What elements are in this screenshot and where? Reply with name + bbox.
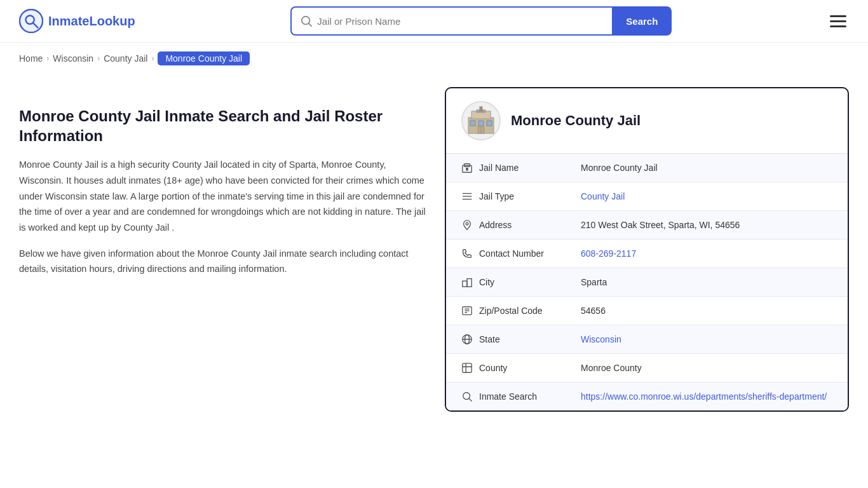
svg-line-4 bbox=[309, 24, 312, 27]
jail-icon bbox=[461, 162, 479, 173]
inmate-search-icon bbox=[461, 391, 479, 402]
contact-number-link[interactable]: 608-269-2117 bbox=[581, 248, 636, 259]
info-value-jail-type: County Jail bbox=[581, 191, 832, 201]
zip-icon bbox=[461, 305, 479, 316]
info-label-city: City bbox=[479, 277, 581, 287]
info-value-state: Wisconsin bbox=[581, 334, 832, 344]
info-label-state: State bbox=[479, 334, 581, 344]
svg-rect-32 bbox=[463, 363, 471, 372]
search-input-wrapper bbox=[290, 6, 612, 36]
svg-point-20 bbox=[466, 222, 468, 225]
card-header: Monroe County Jail bbox=[446, 88, 848, 154]
phone-icon bbox=[461, 248, 479, 259]
building-icon bbox=[465, 105, 497, 137]
svg-rect-9 bbox=[470, 121, 475, 126]
info-label-jail-type: Jail Type bbox=[479, 191, 581, 201]
info-rows: Jail Name Monroe County Jail Jail Type C… bbox=[446, 154, 848, 410]
breadcrumb-current: Monroe County Jail bbox=[158, 51, 250, 65]
info-label-inmate-search: Inmate Search bbox=[479, 391, 581, 402]
chevron-icon: › bbox=[151, 54, 154, 63]
svg-point-0 bbox=[20, 10, 43, 32]
info-label-zip: Zip/Postal Code bbox=[479, 306, 581, 316]
svg-rect-16 bbox=[466, 168, 468, 171]
logo-icon bbox=[19, 9, 43, 33]
logo-link[interactable]: InmateLookup bbox=[19, 9, 135, 33]
page-desc-1: Monroe County Jail is a high security Co… bbox=[19, 157, 426, 235]
svg-line-34 bbox=[469, 398, 472, 402]
table-row: State Wisconsin bbox=[446, 325, 848, 354]
table-row: County Monroe County bbox=[446, 354, 848, 383]
search-button[interactable]: Search bbox=[612, 6, 672, 36]
card-jail-name: Monroe County Jail bbox=[511, 112, 641, 129]
info-label-county: County bbox=[479, 363, 581, 373]
svg-rect-22 bbox=[467, 279, 471, 287]
site-header: InmateLookup Search bbox=[0, 0, 868, 43]
list-icon bbox=[461, 191, 479, 202]
search-area: Search bbox=[290, 6, 672, 36]
city-icon bbox=[461, 276, 479, 288]
right-column: Monroe County Jail Jail Name Monroe Coun… bbox=[445, 87, 849, 412]
globe-icon bbox=[461, 334, 479, 345]
info-value-contact: 608-269-2117 bbox=[581, 248, 832, 259]
hamburger-menu[interactable] bbox=[827, 13, 849, 30]
table-row: City Sparta bbox=[446, 268, 848, 297]
county-icon bbox=[461, 362, 479, 374]
info-value-city: Sparta bbox=[581, 277, 832, 287]
search-input[interactable] bbox=[317, 16, 603, 27]
table-row: Jail Name Monroe County Jail bbox=[446, 154, 848, 182]
table-row: Address 210 West Oak Street, Sparta, WI,… bbox=[446, 211, 848, 240]
table-row: Contact Number 608-269-2117 bbox=[446, 240, 848, 268]
logo-text: InmateLookup bbox=[48, 14, 135, 29]
inmate-search-link[interactable]: https://www.co.monroe.wi.us/departments/… bbox=[581, 391, 827, 402]
breadcrumb-jail-type[interactable]: County Jail bbox=[104, 53, 147, 64]
pin-icon bbox=[461, 219, 479, 231]
info-value-jail-name: Monroe County Jail bbox=[581, 163, 832, 173]
chevron-icon: › bbox=[97, 54, 100, 63]
breadcrumb-home[interactable]: Home bbox=[19, 53, 43, 64]
chevron-icon: › bbox=[46, 54, 49, 63]
info-label-address: Address bbox=[479, 220, 581, 230]
table-row: Zip/Postal Code 54656 bbox=[446, 297, 848, 325]
svg-rect-10 bbox=[478, 121, 484, 126]
page-title: Monroe County Jail Inmate Search and Jai… bbox=[19, 106, 426, 146]
info-value-inmate-search: https://www.co.monroe.wi.us/departments/… bbox=[581, 391, 832, 402]
svg-rect-11 bbox=[487, 121, 492, 126]
breadcrumb: Home › Wisconsin › County Jail › Monroe … bbox=[0, 43, 868, 74]
left-column: Monroe County Jail Inmate Search and Jai… bbox=[19, 87, 426, 287]
state-link[interactable]: Wisconsin bbox=[581, 334, 621, 344]
breadcrumb-state[interactable]: Wisconsin bbox=[53, 53, 93, 64]
page-desc-2: Below we have given information about th… bbox=[19, 246, 426, 277]
svg-rect-8 bbox=[480, 107, 482, 111]
search-icon bbox=[301, 15, 312, 27]
info-value-address: 210 West Oak Street, Sparta, WI, 54656 bbox=[581, 220, 832, 230]
jail-avatar bbox=[461, 101, 501, 140]
table-row: Inmate Search https://www.co.monroe.wi.u… bbox=[446, 383, 848, 410]
info-card: Monroe County Jail Jail Name Monroe Coun… bbox=[445, 87, 849, 412]
info-value-zip: 54656 bbox=[581, 306, 832, 316]
info-label-contact: Contact Number bbox=[479, 248, 581, 259]
main-content: Monroe County Jail Inmate Search and Jai… bbox=[0, 74, 868, 437]
svg-rect-21 bbox=[463, 281, 467, 287]
table-row: Jail Type County Jail bbox=[446, 182, 848, 211]
jail-type-link[interactable]: County Jail bbox=[581, 191, 625, 201]
info-label-jail-name: Jail Name bbox=[479, 163, 581, 173]
info-value-county: Monroe County bbox=[581, 363, 832, 373]
